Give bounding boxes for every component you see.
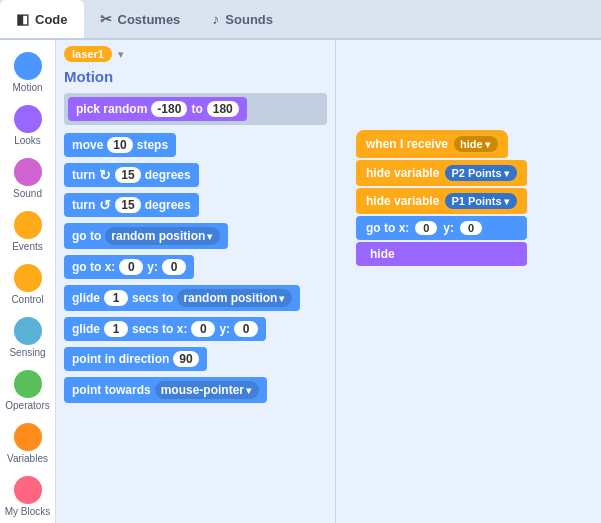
turn-cw-block-row: turn ↻ 15 degrees [64,163,327,187]
towards-block-row: point towards mouse-pointer [64,377,327,403]
sidebar-item-variables[interactable]: Variables [2,419,54,468]
panel-header: Motion [64,68,327,85]
block-panel: laser1 ▾ Motion pick random -180 to 180 … [56,40,336,523]
gotoxy-block[interactable]: go to x: 0 y: 0 [64,255,194,279]
main-layout: Motion Looks Sound Events Control Sensin… [0,40,601,523]
code-icon: ◧ [16,11,29,27]
myblocks-circle [14,476,42,504]
variables-circle [14,423,42,451]
sound-circle [14,158,42,186]
pick-random-block[interactable]: pick random -180 to 180 [68,97,247,121]
glide1-block[interactable]: glide 1 secs to random position [64,285,300,311]
tab-sounds[interactable]: ♪ Sounds [196,0,289,38]
hide-variable-p2-block[interactable]: hide variable P2 Points [356,160,527,186]
tab-code[interactable]: ◧ Code [0,0,84,38]
goto-dropdown[interactable]: random position [105,227,220,245]
towards-block[interactable]: point towards mouse-pointer [64,377,267,403]
sensing-circle [14,317,42,345]
control-circle [14,264,42,292]
move-block-row: move 10 steps [64,133,327,157]
pick-random-row: pick random -180 to 180 [64,93,327,125]
when-i-receive-block[interactable]: when I receive hide [356,130,508,158]
events-circle [14,211,42,239]
sidebar-item-control[interactable]: Control [2,260,54,309]
towards-dropdown[interactable]: mouse-pointer [155,381,259,399]
hide-block[interactable]: hide [356,242,527,266]
sidebar-item-motion[interactable]: Motion [2,48,54,97]
costumes-icon: ✂ [100,11,112,27]
glide2-block-row: glide 1 secs to x: 0 y: 0 [64,317,327,341]
sidebar-item-sensing[interactable]: Sensing [2,313,54,362]
sidebar-item-myblocks[interactable]: My Blocks [2,472,54,521]
turn-cw-icon: ↻ [99,167,111,183]
p1-variable-dropdown[interactable]: P1 Points [445,193,516,209]
goto-xy-canvas-block[interactable]: go to x: 0 y: 0 [356,216,527,240]
p2-variable-dropdown[interactable]: P2 Points [445,165,516,181]
hide-variable-p1-block[interactable]: hide variable P1 Points [356,188,527,214]
motion-circle [14,52,42,80]
glide2-block[interactable]: glide 1 secs to x: 0 y: 0 [64,317,266,341]
direction-block[interactable]: point in direction 90 [64,347,207,371]
goto-block[interactable]: go to random position [64,223,228,249]
operators-circle [14,370,42,398]
turn-ccw-icon: ↺ [99,197,111,213]
move-block[interactable]: move 10 steps [64,133,176,157]
glide1-block-row: glide 1 secs to random position [64,285,327,311]
sprite-info: laser1 ▾ [64,46,327,62]
sidebar-item-operators[interactable]: Operators [2,366,54,415]
goto-block-row: go to random position [64,223,327,249]
glide1-dropdown[interactable]: random position [177,289,292,307]
direction-block-row: point in direction 90 [64,347,327,371]
turn-ccw-block[interactable]: turn ↺ 15 degrees [64,193,199,217]
sidebar-item-looks[interactable]: Looks [2,101,54,150]
hat-block-container: when I receive hide [356,130,527,158]
tab-costumes[interactable]: ✂ Costumes [84,0,197,38]
sidebar-item-events[interactable]: Events [2,207,54,256]
tabs-bar: ◧ Code ✂ Costumes ♪ Sounds [0,0,601,40]
looks-circle [14,105,42,133]
gotoxy-block-row: go to x: 0 y: 0 [64,255,327,279]
turn-cw-block[interactable]: turn ↻ 15 degrees [64,163,199,187]
sidebar: Motion Looks Sound Events Control Sensin… [0,40,56,523]
sounds-icon: ♪ [212,11,219,27]
turn-ccw-block-row: turn ↺ 15 degrees [64,193,327,217]
script-stack: when I receive hide hide variable P2 Poi… [356,130,527,266]
sidebar-item-sound[interactable]: Sound [2,154,54,203]
event-dropdown[interactable]: hide [454,136,498,152]
canvas-area: when I receive hide hide variable P2 Poi… [336,40,601,523]
